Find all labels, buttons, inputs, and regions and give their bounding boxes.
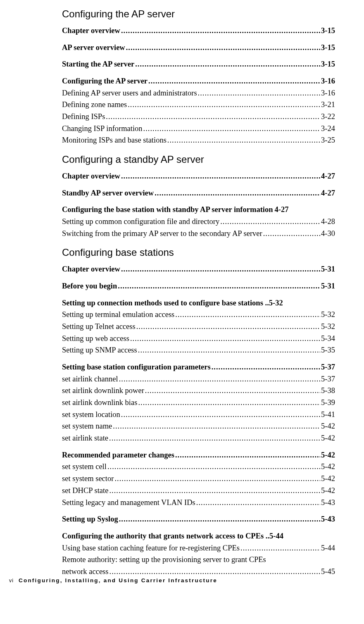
- toc-leader: ........................................…: [109, 566, 321, 578]
- toc-page: 3-24: [321, 123, 335, 135]
- chapter-heading: Configuring a standby AP server: [62, 154, 335, 165]
- toc-label: Setting up SNMP access: [62, 344, 137, 356]
- toc-group: Setting base station configuration param…: [62, 361, 335, 444]
- toc-leader: ........................................…: [198, 87, 320, 99]
- toc-entry: set airlink channel ....................…: [62, 373, 335, 385]
- toc-page: 3-15: [321, 25, 335, 37]
- chapter-heading: Configuring base stations: [62, 247, 335, 258]
- toc-leader: ........................................…: [114, 473, 320, 485]
- toc-label: Setting up Telnet access: [62, 321, 136, 333]
- toc-entry: Using base station caching feature for r…: [62, 542, 335, 554]
- toc-label: set system location: [62, 409, 120, 421]
- toc-label: Remote authority: setting up the provisi…: [62, 554, 266, 566]
- toc-label: Setting up connection methods used to co…: [62, 297, 263, 309]
- toc-entry: Configuring the AP server ..............…: [62, 75, 335, 87]
- toc-label: Configuring the AP server: [62, 75, 148, 87]
- toc-entry: set airlink downlink bias ..............…: [62, 397, 335, 409]
- toc-page: 5-32: [321, 309, 335, 321]
- toc-page: 5-45: [321, 566, 335, 578]
- toc-entry: Chapter overview .......................…: [62, 25, 335, 37]
- footer-page-number: vi: [9, 578, 14, 584]
- toc-group: Chapter overview .......................…: [62, 170, 335, 182]
- toc-page: 3-22: [321, 111, 335, 123]
- toc-page: 5-42: [321, 449, 335, 461]
- toc-page: 5-42: [321, 432, 335, 444]
- toc-leader: ..: [264, 530, 269, 542]
- toc-entry: Chapter overview .......................…: [62, 263, 335, 275]
- toc-page: 5-43: [321, 497, 335, 509]
- toc-page: 5-38: [321, 385, 335, 397]
- toc-page: 4-27: [321, 187, 335, 199]
- toc-leader: ........................................…: [138, 397, 320, 409]
- toc-page: 5-37: [321, 361, 335, 373]
- toc-leader: ........................................…: [167, 134, 320, 146]
- toc-leader: ........................................…: [196, 497, 320, 509]
- toc-page: 3-16: [321, 75, 335, 87]
- toc-entry: set airlink downlink power .............…: [62, 385, 335, 397]
- toc-label: Setting up web access: [62, 333, 129, 345]
- toc-group: Before you begin .......................…: [62, 280, 335, 292]
- toc-leader: ........................................…: [130, 333, 320, 345]
- toc-leader: ........................................…: [106, 111, 320, 123]
- toc-label: Starting the AP server: [62, 58, 134, 70]
- toc-entry: set system cell ........................…: [62, 461, 335, 473]
- toc-entry: Setting up common configuration file and…: [62, 216, 335, 228]
- toc-page: 5-37: [321, 373, 335, 385]
- toc-label: Recommended parameter changes: [62, 449, 174, 461]
- toc-label: Before you begin: [62, 280, 117, 292]
- toc-leader: ........................................…: [143, 123, 320, 135]
- toc-leader: ........................................…: [240, 542, 320, 554]
- toc-page: 4-28: [321, 216, 335, 228]
- chapter-heading: Configuring the AP server: [62, 8, 335, 20]
- toc-page: 5-32: [321, 321, 335, 333]
- toc-leader: ........................................…: [121, 170, 320, 182]
- toc-leader: ........................................…: [109, 485, 320, 497]
- toc-leader: ........................................…: [220, 216, 320, 228]
- toc-leader: ........................................…: [263, 228, 320, 240]
- toc-entry: set system name ........................…: [62, 420, 335, 432]
- toc-entry: Chapter overview .......................…: [62, 170, 335, 182]
- toc-group: AP server overview .....................…: [62, 42, 335, 54]
- toc-leader: ........................................…: [128, 99, 320, 111]
- toc-label: Defining zone names: [62, 99, 127, 111]
- toc-page: 5-39: [321, 397, 335, 409]
- toc-page: 3-25: [321, 134, 335, 146]
- toc-leader: ........................................…: [121, 263, 320, 275]
- toc-leader: ........................................…: [136, 321, 320, 333]
- toc-group: Configuring the base station with standb…: [62, 204, 335, 239]
- page-root: Configuring the AP serverChapter overvie…: [0, 0, 364, 588]
- toc-page: 5-31: [321, 263, 335, 275]
- toc-label: set airlink downlink power: [62, 385, 144, 397]
- toc-leader: ........................................…: [175, 449, 320, 461]
- toc-label: Chapter overview: [62, 170, 120, 182]
- toc-label: AP server overview: [62, 42, 125, 54]
- toc-page: 4-27: [321, 170, 335, 182]
- toc-label: set system cell: [62, 461, 107, 473]
- toc-page: 5-42: [321, 485, 335, 497]
- toc-page: 5-41: [321, 409, 335, 421]
- toc-label: Standby AP server overview: [62, 187, 154, 199]
- toc-entry: Defining zone names ....................…: [62, 99, 335, 111]
- toc-leader: ........................................…: [109, 432, 320, 444]
- toc-leader: ........................................…: [118, 280, 320, 292]
- toc-page: 3-21: [321, 99, 335, 111]
- toc-leader: ........................................…: [119, 513, 320, 525]
- toc-page: 5-42: [321, 420, 335, 432]
- toc-entry: Setting up Telnet access ...............…: [62, 321, 335, 333]
- toc-leader: ........................................…: [119, 373, 320, 385]
- toc-label: Setting legacy and management VLAN IDs: [62, 497, 195, 509]
- toc-leader: ........................................…: [145, 385, 320, 397]
- toc-leader: ........................................…: [175, 309, 320, 321]
- toc-leader: ........................................…: [121, 25, 320, 37]
- toc-label: Setting up Syslog: [62, 513, 118, 525]
- toc-group: Setting up Syslog ......................…: [62, 513, 335, 525]
- toc-group: Configuring the authority that grants ne…: [62, 530, 335, 578]
- toc-entry: Setting up SNMP access .................…: [62, 344, 335, 356]
- toc-leader: ........................................…: [107, 461, 320, 473]
- toc-label: Configuring the authority that grants ne…: [62, 530, 264, 542]
- toc-entry: Setting up web access ..................…: [62, 333, 335, 345]
- toc-page: 5-44: [269, 530, 283, 542]
- toc-leader: ........................................…: [126, 42, 320, 54]
- toc-entry: Setting up Syslog ......................…: [62, 513, 335, 525]
- toc-page: 5-31: [321, 280, 335, 292]
